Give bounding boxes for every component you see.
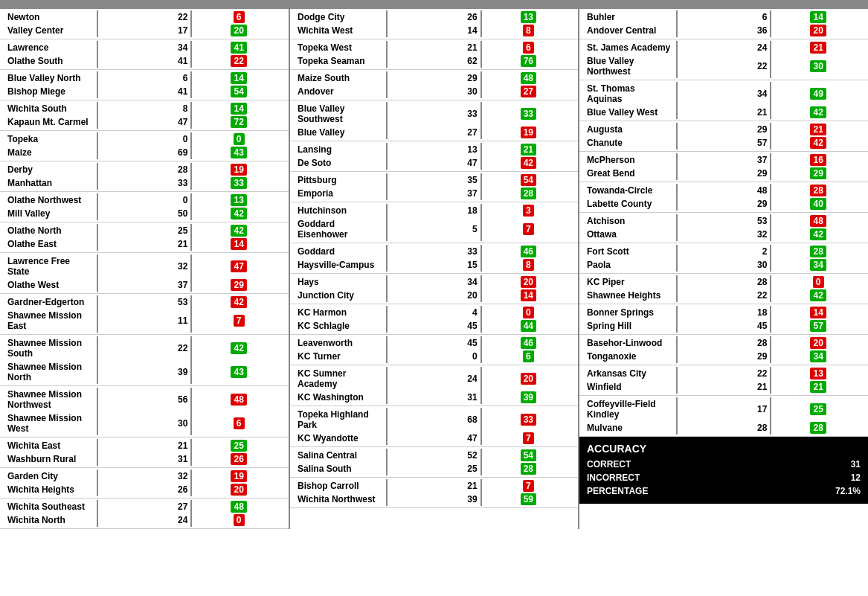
team-row: Coffeyville-Field Kindley 17 25 — [582, 397, 865, 421]
predicted-score-2: 76 — [521, 55, 536, 67]
predicted-score: 41 — [231, 42, 246, 54]
predicted-score: 42 — [231, 342, 246, 354]
predicted-score: 14 — [810, 307, 826, 318]
team-name: Blue Valley North — [3, 71, 97, 85]
team-row: KC Piper 28 0 — [582, 275, 865, 289]
team-row-2: Mulvane 28 28 — [582, 421, 865, 435]
game-pair-10: Leavenworth 45 46 KC Turner 0 6 — [290, 335, 578, 365]
team-row: Lawrence 34 41 — [3, 41, 286, 54]
team-row-2: Wichita North 24 0 — [3, 513, 286, 527]
score-actual: 22 — [97, 10, 192, 24]
team-row-2: De Soto 47 42 — [293, 156, 575, 170]
predicted-score: 46 — [521, 246, 536, 257]
score-actual: 8 — [97, 102, 192, 115]
predicted-score-2: 30 — [810, 60, 826, 72]
team-name-2: Wichita Northwest — [293, 493, 387, 506]
team-name: Fort Scott — [582, 245, 677, 258]
team-row-2: Maize 69 43 — [3, 146, 286, 159]
predicted-score: 25 — [810, 403, 826, 415]
team-name-2: Blue Valley — [293, 126, 387, 139]
percentage-value: 72.1% — [835, 486, 861, 496]
team-name: KC Harmon — [293, 306, 387, 319]
predicted-score-2: 42 — [810, 228, 826, 240]
team-name: Lawrence — [3, 41, 97, 54]
team-name: St. Thomas Aquinas — [582, 82, 677, 106]
predicted-score: 19 — [231, 164, 246, 176]
team-row: Salina Central 52 54 — [293, 449, 575, 462]
score-actual-2: 39 — [97, 360, 192, 384]
predicted-score: 42 — [231, 296, 246, 308]
score-actual: 18 — [677, 306, 771, 319]
team-name-2: Olathe West — [3, 278, 97, 292]
incorrect-label: INCORRECT — [587, 472, 640, 483]
team-name-2: Blue Valley West — [582, 106, 677, 119]
score-actual-2: 36 — [677, 24, 771, 37]
games-column-1: Newton 22 6 Valley Center 17 20 — [0, 9, 289, 529]
predicted-score-2: 20 — [231, 25, 246, 36]
team-row-2: Manhattan 33 33 — [3, 176, 286, 190]
game-pair-4: Lansing 13 21 De Soto 47 42 — [290, 141, 578, 172]
predicted-score-2: 42 — [810, 106, 826, 118]
score-actual-2: 30 — [387, 85, 480, 98]
score-actual-2: 0 — [387, 350, 480, 363]
team-row: Hays 34 20 — [293, 275, 575, 289]
team-name: Bonner Springs — [582, 306, 677, 319]
game-pair-11: Shawnee Mission Northwest 56 48 Shawnee … — [0, 386, 289, 438]
team-name-2: Andover Central — [582, 24, 677, 37]
score-actual: 4 — [387, 306, 480, 319]
score-actual-2: 29 — [677, 167, 771, 180]
predicted-score-2: 34 — [810, 259, 826, 271]
game-pair-14: Bishop Carroll 21 7 Wichita Northwest 39… — [290, 478, 578, 508]
team-row-2: Salina South 25 28 — [293, 462, 575, 475]
games-column-2: Dodge City 26 13 Wichita West 14 8 — [290, 9, 578, 508]
score-actual: 52 — [387, 449, 480, 462]
games-column-3: Buhler 6 14 Andover Central 36 20 — [579, 9, 868, 437]
score-actual-2: 57 — [677, 136, 771, 150]
team-name-2: Labette County — [582, 197, 677, 211]
predicted-score-2: 72 — [231, 116, 246, 128]
team-name: Topeka West — [293, 41, 387, 54]
team-row: St. Thomas Aquinas 34 49 — [582, 82, 865, 106]
team-row-2: Andover Central 36 20 — [582, 24, 865, 37]
score-actual-2: 45 — [387, 319, 480, 333]
score-actual-2: 5 — [387, 217, 480, 241]
score-actual: 6 — [97, 71, 192, 85]
predicted-score: 28 — [810, 185, 826, 196]
score-actual: 48 — [677, 184, 771, 197]
team-row-2: Mill Valley 50 42 — [3, 207, 286, 220]
predicted-score-2: 19 — [521, 126, 536, 138]
predicted-score-2: 59 — [521, 493, 536, 505]
predicted-score: 0 — [813, 276, 824, 288]
predicted-score-2: 7 — [234, 315, 245, 327]
team-row: Wichita Southeast 27 48 — [3, 500, 286, 513]
game-pair-2: Blue Valley North 6 14 Bishop Miege 41 5… — [0, 70, 289, 100]
score-actual: 21 — [97, 439, 192, 452]
score-actual-2: 33 — [97, 176, 192, 190]
score-actual: 53 — [97, 295, 192, 309]
team-row-2: Blue Valley 27 19 — [293, 126, 575, 139]
team-name-2: Kapaun Mt. Carmel — [3, 115, 97, 129]
team-row: St. James Academy 24 21 — [582, 41, 865, 54]
game-pair-3: Augusta 29 21 Chanute 57 42 — [579, 121, 868, 152]
predicted-score: 21 — [810, 124, 826, 135]
team-name-2: Wichita Heights — [3, 483, 97, 496]
game-pair-8: Lawrence Free State 32 47 Olathe West 37… — [0, 253, 289, 294]
team-row-2: Blue Valley Northwest 22 30 — [582, 54, 865, 78]
score-actual: 27 — [97, 500, 192, 513]
team-row-2: Tonganoxie 29 34 — [582, 350, 865, 363]
team-name-2: Emporia — [293, 187, 387, 200]
game-pair-0: Buhler 6 14 Andover Central 36 20 — [579, 9, 868, 39]
team-row: KC Sumner Academy 24 20 — [293, 367, 575, 391]
team-row-2: Shawnee Mission North 39 43 — [3, 360, 286, 384]
game-pair-9: KC Harmon 4 0 KC Schlagle 45 44 — [290, 304, 578, 335]
score-actual-2: 47 — [387, 156, 480, 170]
team-name: St. James Academy — [582, 41, 677, 54]
team-name: Leavenworth — [293, 336, 387, 350]
team-row: Fort Scott 2 28 — [582, 245, 865, 258]
predicted-score: 48 — [810, 215, 826, 227]
game-pair-5: Towanda-Circle 48 28 Labette County 29 4… — [579, 182, 868, 213]
team-name-2: KC Turner — [293, 350, 387, 363]
team-name-2: Wichita North — [3, 513, 97, 527]
score-actual: 45 — [387, 336, 480, 350]
score-actual-2: 47 — [387, 432, 480, 445]
